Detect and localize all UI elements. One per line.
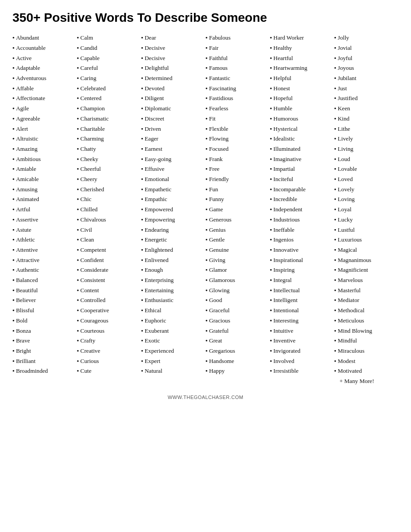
word-item: Alert bbox=[12, 124, 77, 134]
word-item: Brilliant bbox=[12, 356, 77, 367]
word-item: Cute bbox=[77, 366, 141, 376]
word-item: Charismatic bbox=[77, 114, 141, 124]
word-item: Amusing bbox=[12, 185, 77, 195]
word-item: Celebrated bbox=[77, 84, 141, 94]
word-item: Impartial bbox=[270, 164, 334, 174]
word-item: Mind Blowing bbox=[334, 326, 399, 336]
word-item: Heartwarming bbox=[270, 63, 334, 73]
word-item: Fantastic bbox=[206, 73, 270, 84]
word-item: Diligent bbox=[141, 93, 206, 104]
word-item: Broadminded bbox=[12, 366, 77, 376]
word-item: Game bbox=[206, 205, 270, 215]
word-item: Exotic bbox=[141, 336, 206, 346]
word-item: Chilled bbox=[77, 205, 141, 215]
word-item: Empathetic bbox=[141, 185, 206, 195]
word-item: Loyal bbox=[334, 205, 399, 215]
word-item: Jolly bbox=[334, 33, 399, 43]
word-item: Focused bbox=[206, 144, 270, 154]
column-4: FabulousFairFaithfulFamousFantasticFasci… bbox=[206, 33, 270, 387]
word-item: Magnificient bbox=[334, 265, 399, 275]
word-item: Agreeable bbox=[12, 114, 77, 124]
word-item: Empowering bbox=[141, 215, 206, 225]
word-item: Fastidious bbox=[206, 93, 270, 104]
word-item: Altruistic bbox=[12, 134, 77, 144]
word-item: Chivalrous bbox=[77, 215, 141, 225]
word-item: Humorous bbox=[270, 114, 334, 124]
word-item: Competent bbox=[77, 245, 141, 255]
word-item: Controlled bbox=[77, 295, 141, 306]
word-item: Frank bbox=[206, 154, 270, 165]
word-item: Loud bbox=[334, 154, 399, 165]
word-item: Blissful bbox=[12, 306, 77, 316]
word-item: Brave bbox=[12, 336, 77, 346]
word-item: Fair bbox=[206, 43, 270, 53]
word-item: Calm bbox=[77, 33, 141, 43]
word-item: Lucky bbox=[334, 215, 399, 225]
word-item: Animated bbox=[12, 194, 77, 205]
word-item: Ambitious bbox=[12, 154, 77, 165]
word-item: Giving bbox=[206, 255, 270, 266]
word-item: Fearless bbox=[206, 104, 270, 114]
word-item: Glowing bbox=[206, 286, 270, 296]
word-item: Meticulous bbox=[334, 316, 399, 326]
word-item: Illuminated bbox=[270, 144, 334, 154]
word-item: Caring bbox=[77, 73, 141, 84]
word-item: Mindful bbox=[334, 336, 399, 346]
word-item: Glamor bbox=[206, 265, 270, 275]
word-item: Affable bbox=[12, 84, 77, 94]
word-item: Amazing bbox=[12, 144, 77, 154]
word-item: Living bbox=[334, 144, 399, 154]
word-item: Loved bbox=[334, 174, 399, 185]
word-item: Masterful bbox=[334, 286, 399, 296]
word-item: Flexible bbox=[206, 124, 270, 134]
word-item: Jubilant bbox=[334, 73, 399, 84]
word-item: Enlivened bbox=[141, 255, 206, 266]
word-item: Helpful bbox=[270, 73, 334, 84]
footer-url: WWW.THEGOALCHASER.COM bbox=[12, 395, 399, 400]
word-item: Emotional bbox=[141, 174, 206, 185]
word-item: Courageous bbox=[77, 316, 141, 326]
word-item: Diplomatic bbox=[141, 104, 206, 114]
word-item: Clean bbox=[77, 235, 141, 245]
word-item: Ineffable bbox=[270, 225, 334, 235]
word-item: Natural bbox=[141, 366, 206, 376]
word-item: Handsome bbox=[206, 356, 270, 367]
page-title: 350+ Positive Words To Describe Someone bbox=[12, 11, 399, 25]
word-item: Cheeky bbox=[77, 154, 141, 165]
word-item: Just bbox=[334, 84, 399, 94]
word-item: Marvelous bbox=[334, 275, 399, 286]
word-item: Interesting bbox=[270, 316, 334, 326]
word-item: Genius bbox=[206, 225, 270, 235]
word-item: Modest bbox=[334, 356, 399, 367]
word-item: Abundant bbox=[12, 33, 77, 43]
word-item: Magical bbox=[334, 245, 399, 255]
word-item: Enough bbox=[141, 265, 206, 275]
many-more-note: + Many More! bbox=[334, 376, 399, 387]
word-item: Centered bbox=[77, 93, 141, 104]
word-item: Hopeful bbox=[270, 93, 334, 104]
word-item: Artful bbox=[12, 205, 77, 215]
word-item: Inspirational bbox=[270, 255, 334, 266]
word-item: Integral bbox=[270, 275, 334, 286]
word-item: Authentic bbox=[12, 265, 77, 275]
word-item: Energetic bbox=[141, 235, 206, 245]
word-item: Honest bbox=[270, 84, 334, 94]
word-item: Heartful bbox=[270, 53, 334, 64]
word-item: Ingenios bbox=[270, 235, 334, 245]
word-item: Inventive bbox=[270, 336, 334, 346]
word-item: Genuine bbox=[206, 245, 270, 255]
word-item: Innovative bbox=[270, 245, 334, 255]
word-item: Charming bbox=[77, 134, 141, 144]
word-item: Easy-going bbox=[141, 154, 206, 165]
word-item: Lustful bbox=[334, 225, 399, 235]
word-item: Decisive bbox=[141, 43, 206, 53]
word-item: Empathic bbox=[141, 194, 206, 205]
word-item: Joyful bbox=[334, 53, 399, 64]
words-grid: AbundantAccountableActiveAdaptableAdvent… bbox=[12, 33, 399, 387]
word-item: Astute bbox=[12, 225, 77, 235]
word-item: Incomparable bbox=[270, 185, 334, 195]
word-item: Agile bbox=[12, 104, 77, 114]
word-item: Earnest bbox=[141, 144, 206, 154]
word-item: Attractive bbox=[12, 255, 77, 266]
word-item: Bright bbox=[12, 346, 77, 356]
